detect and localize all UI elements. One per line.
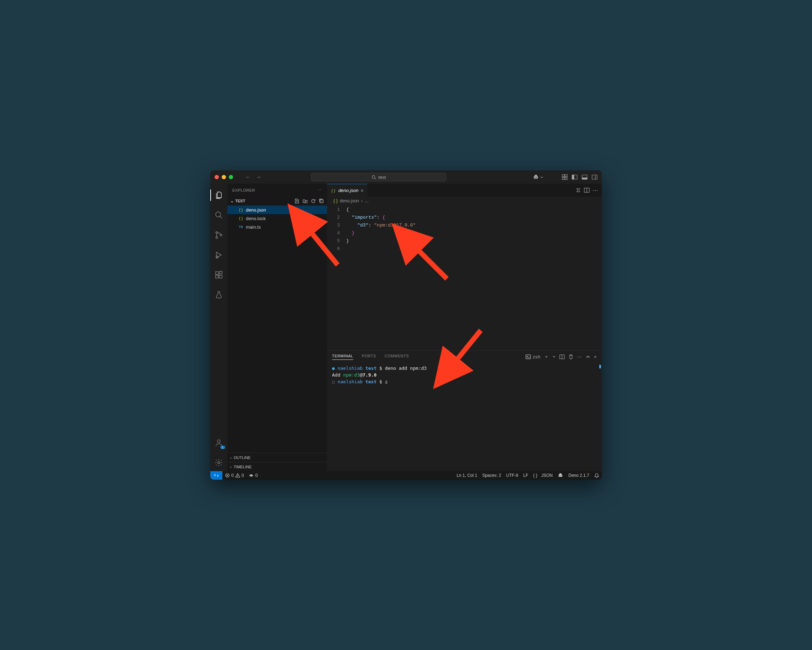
layout-sidebar-right-icon[interactable] <box>592 174 597 180</box>
nav-forward-button[interactable]: → <box>254 173 264 181</box>
tab-actions: ⋯ <box>572 184 602 196</box>
svg-point-23 <box>218 461 220 464</box>
ts-file-icon: TS <box>238 224 244 230</box>
outline-label: OUTLINE <box>234 455 251 460</box>
explorer-header: EXPLORER ⋯ <box>227 184 327 196</box>
terminal-content[interactable]: ● naelshiab test $ deno add npm:d3Add np… <box>327 363 602 471</box>
timeline-section[interactable]: › TIMELINE <box>227 462 327 471</box>
json-file-icon: { } <box>333 198 338 203</box>
indentation[interactable]: Spaces: 2 <box>480 473 504 478</box>
split-editor-icon[interactable] <box>584 187 590 193</box>
vscode-window: ← → test <box>210 170 602 480</box>
file-name: deno.json <box>246 207 266 213</box>
titlebar-actions <box>533 174 597 180</box>
svg-rect-20 <box>219 275 222 278</box>
svg-rect-2 <box>562 175 564 177</box>
svg-rect-3 <box>565 175 567 177</box>
svg-rect-4 <box>562 177 564 180</box>
svg-rect-7 <box>572 175 574 179</box>
ports-status[interactable]: 0 <box>246 473 260 478</box>
errors-count: 0 <box>231 473 234 478</box>
outline-section[interactable]: › OUTLINE <box>227 453 327 462</box>
remote-button[interactable] <box>210 471 222 480</box>
activity-testing[interactable] <box>210 286 227 303</box>
runtime-status[interactable]: Deno 2.1.7 <box>566 473 592 478</box>
terminal-shell-icon[interactable]: zsh <box>525 354 540 359</box>
warnings-count: 0 <box>242 473 244 478</box>
file-row[interactable]: TSmain.ts <box>227 222 327 231</box>
kill-terminal-icon[interactable] <box>568 354 574 359</box>
chevron-right-icon: › <box>230 455 232 460</box>
nav-back-button[interactable]: ← <box>243 173 253 181</box>
svg-point-0 <box>372 175 375 178</box>
more-actions-icon[interactable]: ⋯ <box>592 187 598 194</box>
notifications-icon[interactable] <box>592 473 602 478</box>
json-file-icon: { } <box>238 207 244 213</box>
activity-search[interactable] <box>210 207 227 224</box>
panel-close-icon[interactable]: × <box>594 354 597 359</box>
panel-tab-ports[interactable]: PORTS <box>362 354 376 359</box>
folder-header[interactable]: ⌄ TEST <box>227 196 327 206</box>
split-terminal-icon[interactable] <box>559 354 565 359</box>
new-terminal-icon[interactable]: ＋ <box>544 353 549 360</box>
refresh-icon[interactable] <box>310 198 317 204</box>
explorer-more-icon[interactable]: ⋯ <box>318 188 322 192</box>
copilot-button[interactable] <box>533 174 543 180</box>
minimize-window-button[interactable] <box>222 175 226 179</box>
collapse-all-icon[interactable] <box>318 198 325 204</box>
status-left: 0 0 0 <box>210 471 260 480</box>
panel-more-icon[interactable]: ⋯ <box>577 354 582 359</box>
code-content[interactable]: { "imports": { "d3": "npm:d3@^7.9.0" }} <box>346 206 581 350</box>
activity-settings[interactable] <box>210 454 227 471</box>
close-window-button[interactable] <box>215 175 219 179</box>
shell-label: zsh <box>533 354 540 359</box>
encoding[interactable]: UTF-8 <box>504 473 521 478</box>
compare-icon[interactable] <box>575 187 581 193</box>
activity-extensions[interactable] <box>210 266 227 283</box>
command-center[interactable]: test <box>311 173 446 181</box>
layout-panel-bottom-icon[interactable] <box>582 174 588 180</box>
body: 1 EXPLORER ⋯ ⌄ TEST { }den <box>210 184 602 471</box>
language-mode[interactable]: { } JSON <box>531 473 556 478</box>
file-list: { }deno.json{ }deno.lockTSmain.ts <box>227 206 327 231</box>
activity-explorer[interactable] <box>210 187 227 204</box>
svg-rect-9 <box>582 178 587 179</box>
terminal-dropdown-icon[interactable] <box>552 355 556 358</box>
new-folder-icon[interactable] <box>302 198 308 204</box>
layout-sidebar-left-icon[interactable] <box>572 174 577 180</box>
maximize-window-button[interactable] <box>229 175 233 179</box>
svg-line-1 <box>375 178 376 179</box>
svg-point-35 <box>251 476 252 477</box>
copilot-status-icon[interactable] <box>555 473 566 478</box>
explorer-title: EXPLORER <box>232 188 255 192</box>
activity-accounts[interactable]: 1 <box>210 434 227 451</box>
panel-tab-terminal[interactable]: TERMINAL <box>332 354 353 360</box>
search-icon <box>371 175 376 180</box>
breadcrumb[interactable]: { } deno.json › ... <box>327 196 602 205</box>
svg-point-34 <box>237 476 238 477</box>
panel-maximize-icon[interactable] <box>586 355 590 359</box>
code-editor[interactable]: 123456 { "imports": { "d3": "npm:d3@^7.9… <box>327 205 602 350</box>
editor-tab[interactable]: { } deno.json × <box>327 184 367 196</box>
panel: TERMINAL PORTS COMMENTS zsh ＋ ⋯ <box>327 350 602 471</box>
panel-tab-comments[interactable]: COMMENTS <box>385 354 409 359</box>
editor-area: { } deno.json × ⋯ { } deno.json › ... 12… <box>327 184 602 471</box>
new-file-icon[interactable] <box>293 198 300 204</box>
panel-actions: zsh ＋ ⋯ × <box>525 353 597 360</box>
eol[interactable]: LF <box>521 473 531 478</box>
terminal-scrollbar[interactable] <box>599 365 601 368</box>
explorer-sidebar: EXPLORER ⋯ ⌄ TEST { }deno.json{ }deno.lo… <box>227 184 327 471</box>
nav-arrows: ← → <box>243 173 264 181</box>
layout-grid-icon[interactable] <box>562 174 568 180</box>
file-row[interactable]: { }deno.json <box>227 206 327 214</box>
close-tab-icon[interactable]: × <box>360 188 363 193</box>
cursor-position[interactable]: Ln 1, Col 1 <box>454 473 480 478</box>
traffic-lights <box>215 175 233 179</box>
activity-source-control[interactable] <box>210 227 227 244</box>
activity-run-debug[interactable] <box>210 247 227 263</box>
minimap[interactable] <box>581 206 602 350</box>
file-row[interactable]: { }deno.lock <box>227 214 327 222</box>
svg-point-14 <box>216 232 217 234</box>
problems-status[interactable]: 0 0 <box>222 473 246 478</box>
folder-actions <box>293 198 325 204</box>
